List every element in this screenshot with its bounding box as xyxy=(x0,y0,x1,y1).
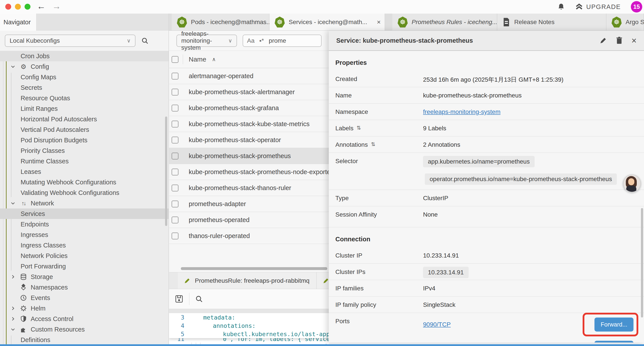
filter-search-input[interactable]: Aa ▪* prome xyxy=(243,34,322,47)
port-link[interactable]: 9090/TCP xyxy=(423,321,451,328)
tab-pods[interactable]: ☸ Pods - icecheng@mathmas... xyxy=(172,13,270,30)
sidebar-item-ingresses[interactable]: Ingresses xyxy=(0,230,168,240)
tab-prometheusrule-editor[interactable]: PrometheusRule: freeleaps-prod-rabbitmq xyxy=(178,272,316,289)
sidebar-item-ingress-classes[interactable]: Ingress Classes xyxy=(0,240,168,251)
property-row-ip-families: IP families IPv4 xyxy=(329,280,644,297)
forward-arrow-icon[interactable]: → xyxy=(52,1,61,11)
trash-icon[interactable] xyxy=(616,36,623,44)
horizontal-scrollbar[interactable] xyxy=(181,267,327,270)
sidebar-item-port-forwarding[interactable]: Port Forwarding xyxy=(0,261,168,272)
sidebar-item-horizontal-pod-autoscalers[interactable]: Horizontal Pod Autoscalers xyxy=(0,114,168,124)
row-checkbox[interactable] xyxy=(172,89,178,95)
search-icon[interactable] xyxy=(195,295,203,303)
sidebar-item-services[interactable]: Services xyxy=(0,209,168,219)
panel-scrollbar[interactable] xyxy=(641,208,643,318)
sidebar-item-runtime-classes[interactable]: Runtime Classes xyxy=(0,156,168,166)
notification-badge[interactable]: 15 xyxy=(631,1,642,12)
sidebar-item-custom-resources[interactable]: Custom Resources xyxy=(0,324,168,335)
row-checkbox[interactable] xyxy=(172,105,178,111)
app-window: ← → UPGRADE 15 Navigator Local Kubeconfi… xyxy=(0,0,644,346)
close-window-button[interactable] xyxy=(5,4,11,10)
sidebar-item-config[interactable]: ⚙ Config xyxy=(0,61,168,72)
namespace-link[interactable]: freeleaps-monitoring-system xyxy=(423,104,500,115)
sidebar-item-limit-ranges[interactable]: Limit Ranges xyxy=(0,103,168,114)
sidebar-item-validating-webhook-configurations[interactable]: Validating Webhook Configurations xyxy=(0,187,168,198)
table-row-selected[interactable]: kube-prometheus-stack-prometheus xyxy=(169,148,329,164)
table-row[interactable]: prometheus-operated xyxy=(169,212,329,228)
sidebar-item-cron-jobs[interactable]: Cron Jobs xyxy=(0,51,168,61)
sidebar-item-namespaces[interactable]: Namespaces xyxy=(0,282,168,293)
window-controls[interactable] xyxy=(5,4,30,10)
sidebar-item-storage[interactable]: Storage xyxy=(0,272,168,282)
yaml-editor-toolbar xyxy=(169,289,329,309)
sort-ascending-icon[interactable]: ∧ xyxy=(212,56,216,62)
user-avatar[interactable] xyxy=(623,175,641,193)
forward-button[interactable]: Forward... xyxy=(594,341,634,343)
row-checkbox[interactable] xyxy=(172,137,178,143)
selector-chip[interactable]: operator.prometheus.io/name=kube-prometh… xyxy=(425,173,617,185)
expand-collapse-icon[interactable]: ⇅ xyxy=(357,125,361,132)
table-row[interactable]: prometheus-adapter xyxy=(169,196,329,212)
expand-collapse-icon[interactable]: ⇅ xyxy=(371,141,375,148)
row-checkbox[interactable] xyxy=(172,153,178,159)
table-header[interactable]: Name ∧ xyxy=(169,51,329,68)
cluster-ip-chip[interactable]: 10.233.14.91 xyxy=(423,267,469,278)
match-case-toggle[interactable]: Aa xyxy=(247,37,254,44)
back-arrow-icon[interactable]: ← xyxy=(37,1,46,11)
sidebar-item-helm[interactable]: Helm xyxy=(0,303,168,314)
row-checkbox[interactable] xyxy=(172,73,178,79)
search-icon[interactable] xyxy=(141,37,148,44)
sidebar-scrollbar[interactable] xyxy=(165,116,167,226)
forward-button[interactable]: Forward... xyxy=(594,318,634,332)
row-checkbox[interactable] xyxy=(172,169,178,175)
tab-services[interactable]: ☸ Services - icecheng@math... × xyxy=(270,13,385,30)
sidebar-item-network-policies[interactable]: Network Policies xyxy=(0,251,168,261)
sidebar-item-leases[interactable]: Leases xyxy=(0,166,168,177)
table-row[interactable]: kube-prometheus-stack-thanos-ruler xyxy=(169,180,329,196)
table-row[interactable]: kube-prometheus-stack-operator xyxy=(169,132,329,148)
save-icon[interactable] xyxy=(175,295,184,303)
yaml-editor[interactable]: 3metadata: 4annotations: 5kubectl.kubern… xyxy=(169,313,329,344)
tab-prometheus-rules[interactable]: ☸ Prometheus Rules - icecheng... xyxy=(392,13,497,30)
minimize-window-button[interactable] xyxy=(15,4,21,10)
sidebar-item-secrets[interactable]: Secrets xyxy=(0,82,168,93)
table-row[interactable]: thanos-ruler-operated xyxy=(169,228,329,244)
edit-icon[interactable] xyxy=(600,37,607,44)
bell-icon[interactable] xyxy=(558,3,565,11)
sidebar-item-events[interactable]: Events xyxy=(0,293,168,303)
sidebar-item-endpoints[interactable]: Endpoints xyxy=(0,219,168,230)
sidebar-item-definitions[interactable]: Definitions xyxy=(0,335,168,344)
sidebar-item-pod-disruption-budgets[interactable]: Pod Disruption Budgets xyxy=(0,135,168,145)
upgrade-button[interactable]: UPGRADE xyxy=(575,3,621,10)
sidebar-item-mutating-webhook-configurations[interactable]: Mutating Webhook Configurations xyxy=(0,177,168,187)
selector-chip[interactable]: app.kubernetes.io/name=prometheus xyxy=(423,156,534,167)
zoom-window-button[interactable] xyxy=(24,4,30,10)
row-checkbox[interactable] xyxy=(172,185,178,191)
sidebar-item-priority-classes[interactable]: Priority Classes xyxy=(0,145,168,156)
sidebar-item-network[interactable]: ↑↓ Network xyxy=(0,198,168,209)
row-checkbox[interactable] xyxy=(172,233,178,239)
table-row[interactable]: kube-prometheus-stack-prometheus-node-ex… xyxy=(169,164,329,180)
close-tab-icon[interactable]: × xyxy=(377,18,381,26)
tab-editor-partial[interactable] xyxy=(316,272,329,289)
kubeconfig-select[interactable]: Local Kubeconfigs ∨ xyxy=(5,34,136,47)
sidebar-item-config-maps[interactable]: Config Maps xyxy=(0,72,168,82)
row-checkbox[interactable] xyxy=(172,121,178,127)
tab-navigator[interactable]: Navigator xyxy=(0,13,36,31)
table-row[interactable]: kube-prometheus-stack-kube-state-metrics xyxy=(169,116,329,132)
row-checkbox[interactable] xyxy=(172,217,178,223)
sidebar-item-vertical-pod-autoscalers[interactable]: Vertical Pod Autoscalers xyxy=(0,124,168,135)
close-icon[interactable]: × xyxy=(632,36,636,45)
table-row[interactable]: kube-prometheus-stack-alertmanager xyxy=(169,84,329,100)
select-all-checkbox[interactable] xyxy=(172,56,178,63)
table-row[interactable]: kube-prometheus-stack-grafana xyxy=(169,100,329,116)
column-header-name[interactable]: Name xyxy=(189,56,206,63)
tab-argo[interactable]: ☸ Argo Se xyxy=(606,13,644,30)
tab-release-notes[interactable]: Release Notes xyxy=(497,13,606,30)
row-checkbox[interactable] xyxy=(172,201,178,207)
namespace-select[interactable]: freeleaps-monitoring-system ∨ xyxy=(176,34,237,47)
sidebar-item-resource-quotas[interactable]: Resource Quotas xyxy=(0,93,168,103)
sidebar-item-access-control[interactable]: Access Control xyxy=(0,314,168,324)
regex-toggle[interactable]: ▪* xyxy=(259,37,264,44)
table-row[interactable]: alertmanager-operated xyxy=(169,68,329,84)
